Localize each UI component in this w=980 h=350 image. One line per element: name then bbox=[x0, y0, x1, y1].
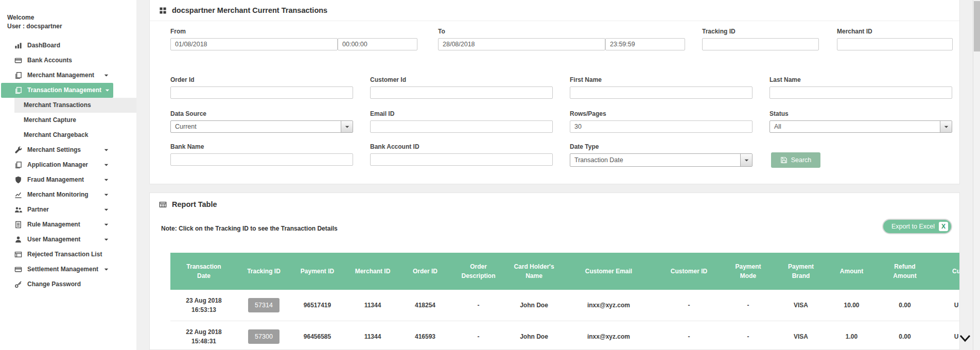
sidebar-item-transaction-management[interactable]: Transaction Management bbox=[1, 83, 113, 98]
sidebar-item-label: Merchant Settings bbox=[27, 146, 81, 153]
cell-card-holder: John Doe bbox=[507, 290, 561, 321]
column-header-order-description: Order Description bbox=[449, 253, 507, 290]
column-header-payment-mode: Payment Mode bbox=[721, 253, 775, 290]
file-text-icon bbox=[14, 221, 22, 229]
cell-currency: U bbox=[933, 290, 960, 321]
filters-card: docspartner Merchant Current Transaction… bbox=[149, 0, 960, 184]
caret-down-icon bbox=[104, 87, 110, 93]
scroll-down-chevron-icon[interactable] bbox=[959, 335, 971, 342]
last-name-input[interactable] bbox=[769, 86, 952, 99]
from-date-input[interactable] bbox=[170, 38, 338, 50]
search-button[interactable]: Search bbox=[771, 152, 820, 168]
merchant-id-label: Merchant ID bbox=[837, 28, 872, 35]
sidebar-item-merchant-management[interactable]: Merchant Management bbox=[0, 68, 136, 83]
column-header-card-holders-name: Card Holder's Name bbox=[507, 253, 561, 290]
data-source-select[interactable]: Current bbox=[170, 120, 353, 133]
sidebar-item-change-password[interactable]: Change Password bbox=[0, 277, 136, 292]
cell-order-id: 418254 bbox=[401, 290, 449, 321]
to-date-input[interactable] bbox=[438, 38, 605, 50]
cell-amount: 10.00 bbox=[827, 290, 877, 321]
chevron-down-icon bbox=[341, 121, 353, 132]
cell-order-description: - bbox=[449, 290, 507, 321]
caret-down-icon bbox=[103, 162, 109, 168]
cell-transaction-date: 23 Aug 2018 16:53:13 bbox=[170, 290, 237, 321]
sidebar-item-settlement-management[interactable]: Settlement Management bbox=[0, 262, 136, 277]
sidebar-subitem-label: Merchant Transactions bbox=[24, 101, 91, 109]
customer-id-label: Customer Id bbox=[370, 76, 406, 83]
cell-payment-mode: - bbox=[721, 290, 775, 321]
to-time-input[interactable] bbox=[605, 38, 685, 50]
table-row: 22 Aug 2018 15:48:31 57300 96456585 1134… bbox=[170, 321, 960, 350]
scrollbar-thumb[interactable] bbox=[974, 1, 980, 51]
cell-customer-id: - bbox=[657, 321, 721, 350]
sidebar-item-fraud-management[interactable]: Fraud Management bbox=[0, 172, 136, 187]
sidebar-item-user-management[interactable]: User Management bbox=[0, 232, 136, 247]
bank-account-id-input[interactable] bbox=[370, 153, 553, 166]
first-name-input[interactable] bbox=[570, 86, 752, 99]
tracking-id-button[interactable]: 57314 bbox=[248, 298, 279, 312]
pages-icon bbox=[14, 72, 22, 79]
column-header-transaction-date: Transaction Date bbox=[170, 253, 237, 290]
welcome-text: Welcome bbox=[7, 13, 136, 22]
status-select[interactable]: All bbox=[769, 120, 952, 133]
sidebar-item-rule-management[interactable]: Rule Management bbox=[0, 217, 136, 232]
column-header-merchant-id: Merchant ID bbox=[344, 253, 401, 290]
cell-payment-brand: VISA bbox=[775, 290, 827, 321]
caret-down-icon bbox=[103, 147, 109, 153]
cell-payment-id: 96456585 bbox=[290, 321, 344, 350]
caret-down-icon bbox=[103, 73, 109, 78]
report-title: Report Table bbox=[172, 200, 217, 208]
order-id-input[interactable] bbox=[170, 86, 353, 99]
date-type-select[interactable]: Transaction Date bbox=[570, 153, 752, 167]
customer-id-input[interactable] bbox=[370, 86, 553, 99]
sidebar-item-rejected-transaction-list[interactable]: Rejected Transaction List bbox=[0, 247, 136, 262]
tracking-id-button[interactable]: 57300 bbox=[248, 329, 279, 344]
from-time-input[interactable] bbox=[338, 38, 417, 50]
sidebar-item-label: Rule Management bbox=[27, 221, 80, 228]
table-icon bbox=[159, 201, 167, 208]
rows-pages-input[interactable] bbox=[570, 120, 752, 133]
sidebar-item-bank-accounts[interactable]: Bank Accounts bbox=[0, 53, 136, 68]
rows-pages-label: Rows/Pages bbox=[570, 110, 606, 117]
caret-down-icon bbox=[103, 177, 109, 183]
cell-customer-email: inxx@xyz.com bbox=[561, 290, 657, 321]
sidebar-item-merchant-monitoring[interactable]: Merchant Monitoring bbox=[0, 187, 136, 202]
sidebar-subitem-merchant-chargeback[interactable]: Merchant Chargeback bbox=[0, 128, 136, 143]
export-to-excel-button[interactable]: Export to Excel X bbox=[882, 219, 952, 234]
vertical-scrollbar[interactable] bbox=[973, 0, 980, 350]
users-icon bbox=[14, 206, 22, 214]
cell-amount: 1.00 bbox=[827, 321, 877, 350]
credit-card-icon bbox=[14, 57, 22, 64]
sidebar-subitem-merchant-capture[interactable]: Merchant Capture bbox=[0, 113, 136, 128]
sidebar-item-label: Fraud Management bbox=[27, 176, 84, 183]
search-button-label: Search bbox=[791, 156, 812, 164]
sidebar-item-label: Rejected Transaction List bbox=[27, 251, 102, 258]
sidebar-item-dashboard[interactable]: DashBoard bbox=[0, 38, 136, 53]
tracking-id-input[interactable] bbox=[702, 38, 819, 50]
report-note: Note: Click on the Tracking ID to see th… bbox=[161, 225, 338, 232]
sidebar-subitem-merchant-transactions[interactable]: Merchant Transactions bbox=[14, 98, 136, 113]
bank-name-input[interactable] bbox=[170, 153, 353, 166]
export-label: Export to Excel bbox=[891, 223, 935, 230]
date-type-value: Transaction Date bbox=[574, 156, 623, 164]
excel-icon: X bbox=[939, 222, 948, 231]
cell-tracking-id: 57314 bbox=[237, 290, 290, 321]
sidebar-item-partner[interactable]: Partner bbox=[0, 202, 136, 217]
user-text: User : docspartner bbox=[7, 22, 136, 31]
table-row: 23 Aug 2018 16:53:13 57314 96517419 1134… bbox=[170, 290, 960, 321]
sidebar-item-application-manager[interactable]: Application Manager bbox=[0, 157, 136, 172]
caret-down-icon bbox=[103, 207, 109, 213]
cell-currency: U bbox=[933, 321, 960, 350]
credit-card-icon bbox=[14, 266, 22, 273]
merchant-id-input[interactable] bbox=[837, 38, 953, 50]
email-id-input[interactable] bbox=[370, 120, 553, 133]
cell-transaction-date: 22 Aug 2018 15:48:31 bbox=[170, 321, 237, 350]
chevron-down-icon bbox=[940, 121, 952, 132]
cell-payment-mode: - bbox=[721, 321, 775, 350]
order-id-label: Order Id bbox=[170, 76, 195, 83]
sidebar-item-label: Settlement Management bbox=[27, 266, 98, 273]
sidebar: Welcome User : docspartner DashBoard Ban… bbox=[0, 0, 136, 350]
column-header-amount: Amount bbox=[827, 253, 877, 290]
sidebar-item-merchant-settings[interactable]: Merchant Settings bbox=[0, 143, 136, 157]
sidebar-item-label: DashBoard bbox=[27, 42, 60, 49]
